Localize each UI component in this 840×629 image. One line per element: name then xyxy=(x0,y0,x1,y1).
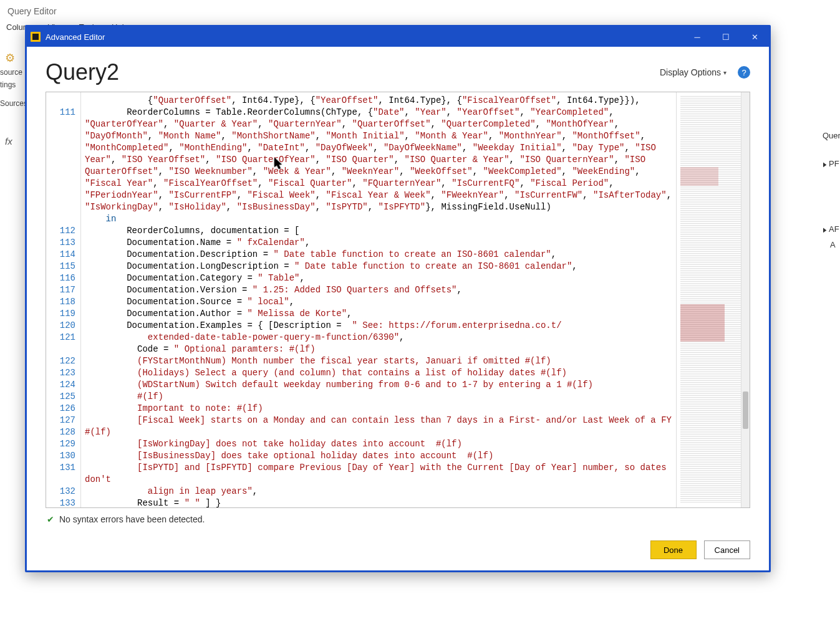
display-options-dropdown[interactable]: Display Options ▾ xyxy=(660,67,727,77)
line-number-gutter: .111.........112113114115116117118119120… xyxy=(46,92,81,507)
code-minimap[interactable] xyxy=(676,92,750,507)
bg-left-text: tings xyxy=(0,79,26,91)
bg-window-title: Query Editor xyxy=(7,6,57,16)
dialog-titlebar[interactable]: Advanced Editor ─ ☐ ✕ xyxy=(27,27,769,47)
syntax-status: ✔ No syntax errors have been detected. xyxy=(46,508,750,524)
display-options-label: Display Options xyxy=(660,67,721,77)
bg-left-panel: source tings Sources xyxy=(0,44,26,110)
bg-left-text: source xyxy=(0,66,26,79)
cancel-button[interactable]: Cancel xyxy=(704,540,750,559)
query-name-title: Query2 xyxy=(46,59,119,85)
chevron-down-icon: ▾ xyxy=(723,69,727,76)
syntax-status-text: No syntax errors have been detected. xyxy=(59,514,205,524)
formula-bar-fx-icon[interactable]: fx xyxy=(5,136,12,146)
bg-right-text[interactable]: A xyxy=(823,240,840,249)
bg-right-text[interactable]: PF xyxy=(829,159,839,168)
bg-right-panel: Quer ▶PF ▶AF A xyxy=(823,131,840,249)
minimize-button[interactable]: ─ xyxy=(683,27,712,47)
editor-scrollbar[interactable] xyxy=(741,92,750,507)
app-icon xyxy=(31,32,41,42)
maximize-button[interactable]: ☐ xyxy=(712,27,740,47)
scrollbar-thumb[interactable] xyxy=(743,391,748,429)
done-button[interactable]: Done xyxy=(650,540,697,559)
advanced-editor-dialog: Advanced Editor ─ ☐ ✕ Query2 Display Opt… xyxy=(25,25,771,572)
dialog-body: Query2 Display Options ▾ ? .111.........… xyxy=(27,47,769,570)
help-button[interactable]: ? xyxy=(738,66,750,79)
window-controls: ─ ☐ ✕ xyxy=(683,27,769,47)
dialog-title: Advanced Editor xyxy=(46,32,105,42)
bg-left-text: Sources xyxy=(0,97,26,110)
bg-right-text: Quer xyxy=(823,131,840,140)
code-editor[interactable]: .111.........112113114115116117118119120… xyxy=(46,92,750,508)
close-button[interactable]: ✕ xyxy=(740,27,769,47)
code-content[interactable]: {"QuarterOffset", Int64.Type}, {"YearOff… xyxy=(81,92,676,507)
bg-right-text[interactable]: AF xyxy=(829,224,839,234)
check-icon: ✔ xyxy=(47,514,54,524)
